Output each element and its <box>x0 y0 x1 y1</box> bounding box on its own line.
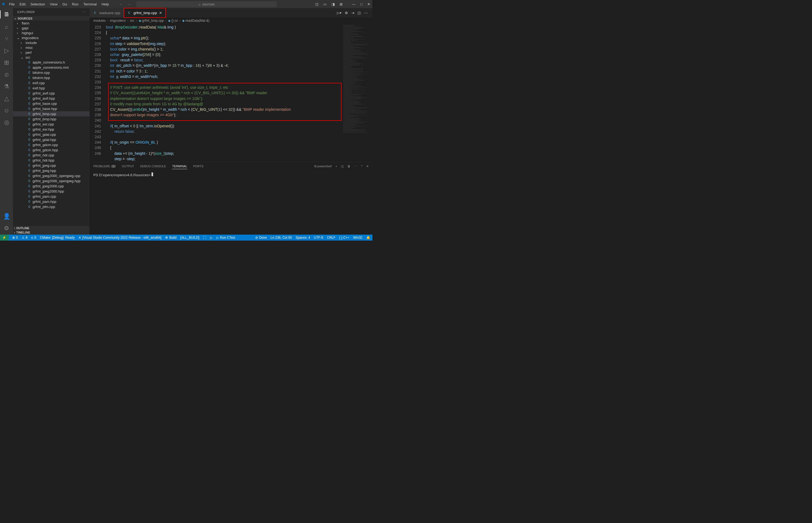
code-line[interactable]: step = -step; <box>106 156 343 162</box>
code-line[interactable]: int y, width3 = m_width*nch; <box>106 74 343 79</box>
file-item[interactable]: Cgrfmt_pam.hpp <box>13 199 90 204</box>
search-icon[interactable]: ⌕ <box>5 23 8 31</box>
chat-icon[interactable]: ◎ <box>4 119 9 126</box>
new-terminal-icon[interactable]: + <box>335 165 337 168</box>
tab-loadsave.cpp[interactable]: Cloadsave.cpp <box>90 8 124 18</box>
code-line[interactable]: data += (m_height - 1)*(size_t)step; <box>106 151 343 156</box>
code-line[interactable]: CV_Assert(((uint64)m_height * m_width * … <box>106 107 343 112</box>
code-line[interactable]: bool BmpDecoder::readData( Mat& img ) <box>106 24 343 30</box>
file-item[interactable]: Cgrfmt_jpeg2000.hpp <box>13 189 90 194</box>
split-editor-icon[interactable]: ◫ <box>357 11 361 15</box>
status-item[interactable]: ▷Run CTest <box>216 236 235 239</box>
split-icon[interactable]: ⇥ <box>351 11 354 15</box>
more-icon[interactable]: ⋯ <box>364 11 368 15</box>
nav-back-icon[interactable]: ← <box>119 2 123 6</box>
breadcrumb-item[interactable]: imgcodecs <box>110 19 125 22</box>
maximize-icon[interactable]: □ <box>360 2 363 6</box>
extensions-icon[interactable]: ⊞ <box>4 59 9 66</box>
menu-run[interactable]: Run <box>70 1 81 7</box>
status-item[interactable]: ⊘Done <box>255 236 267 239</box>
file-item[interactable]: Cgrfmt_gdcm.hpp <box>13 147 90 152</box>
file-item[interactable]: Cgrfmt_hdr.cpp <box>13 152 90 158</box>
code-line[interactable]: return false; <box>106 129 343 134</box>
status-item[interactable]: ⊗0 <box>12 236 18 239</box>
status-item[interactable]: ✕[Visual Studio Community 2022 Release -… <box>78 236 161 239</box>
file-item[interactable]: Cgrfmt_gdal.cpp <box>13 132 90 137</box>
breadcrumb-item[interactable]: ◆ {} cv <box>168 19 178 22</box>
tab-grfmt_bmp.cpp[interactable]: Cgrfmt_bmp.cpp✕ <box>124 8 166 18</box>
status-item[interactable]: 🔔 <box>366 236 370 239</box>
code-line[interactable]: int step = validateToInt(img.step); <box>106 41 343 47</box>
split-terminal-icon[interactable]: ◫ <box>341 165 344 168</box>
panel-tab-debug-console[interactable]: DEBUG CONSOLE <box>140 163 166 169</box>
code-line[interactable]: if( m_offset < 0 || !m_strm.isOpened()) <box>106 123 343 129</box>
source-control-icon[interactable]: ⑂ <box>5 35 8 42</box>
accounts-icon[interactable]: 👤 <box>3 213 10 220</box>
code-line[interactable]: uchar* data = img.ptr(); <box>106 35 343 41</box>
status-item[interactable]: Ln 236, Col 56 <box>271 236 292 239</box>
command-center[interactable]: ⌕ sources <box>136 1 277 7</box>
cmake-icon[interactable]: △ <box>4 95 9 102</box>
explorer-icon[interactable]: 🗎 <box>0 10 13 18</box>
status-item[interactable]: { } C++ <box>339 236 349 239</box>
layout-icon[interactable]: ▭ <box>323 2 327 6</box>
code-line[interactable]: if( m_origin == ORIGIN_BL ) <box>106 140 343 145</box>
file-item[interactable]: Cbitstrm.hpp <box>13 75 90 80</box>
gear-icon[interactable]: ⚙ <box>345 11 348 15</box>
code-line[interactable]: // CV_Assert(((uint64)m_height * m_width… <box>106 90 343 95</box>
file-item[interactable]: Cgrfmt_avif.cpp <box>13 91 90 96</box>
terminal-output[interactable]: PS D:\opencv\opencv4.8.0\sources> <box>90 170 372 235</box>
close-panel-icon[interactable]: ✕ <box>366 165 369 168</box>
file-item[interactable]: Cgrfmt_pfm.cpp <box>13 204 90 209</box>
folder-flann[interactable]: flann <box>13 21 90 25</box>
file-item[interactable]: Capple_conversions.h <box>13 60 90 65</box>
layout-icon[interactable]: ⊞ <box>339 2 343 6</box>
breadcrumb-item[interactable]: modules <box>93 19 106 22</box>
file-item[interactable]: Cgrfmt_gdcm.cpp <box>13 142 90 147</box>
menu-selection[interactable]: Selection <box>28 1 47 7</box>
menu-terminal[interactable]: Terminal <box>81 1 99 7</box>
menu-view[interactable]: View <box>48 1 60 7</box>
panel-tab-output[interactable]: OUTPUT <box>122 163 134 169</box>
file-item[interactable]: Cgrfmt_jpeg2000.cpp <box>13 184 90 189</box>
settings-gear-icon[interactable]: ⚙ <box>4 225 9 232</box>
file-item[interactable]: Cgrfmt_pam.cpp <box>13 194 90 199</box>
folder-misc[interactable]: misc <box>13 45 90 50</box>
file-item[interactable]: Cgrfmt_jpeg2000_openjpeg.hpp <box>13 178 90 184</box>
status-item[interactable]: Spaces: 4 <box>296 236 310 239</box>
file-item[interactable]: Cgrfmt_exr.cpp <box>13 122 90 127</box>
workspace-header[interactable]: SOURCES <box>13 16 90 21</box>
breadcrumb-item[interactable]: ◆ grfmt_bmp.cpp <box>139 19 164 22</box>
breadcrumb-item[interactable]: src <box>130 19 134 22</box>
status-item[interactable]: ⎋0 <box>31 236 36 239</box>
code-line[interactable]: doesn't support large images >= 4Gb"); <box>106 112 343 118</box>
folder-highgui[interactable]: highgui <box>13 31 90 35</box>
status-item[interactable]: CMake: [Debug]: Ready <box>40 236 75 239</box>
testing-icon[interactable]: ⚗ <box>4 83 9 90</box>
panel-tab-problems[interactable]: PROBLEMS6 <box>93 163 116 169</box>
file-item[interactable]: Cbitstrm.cpp <box>13 70 90 75</box>
folder-imgcodecs[interactable]: imgcodecs <box>13 35 90 40</box>
status-item[interactable]: [ALL_BUILD] <box>180 236 199 239</box>
status-item[interactable]: ⚠6 <box>22 236 28 239</box>
code-line[interactable]: // modify max bmp pixels from 1G to 4G b… <box>106 101 343 107</box>
file-item[interactable]: Cexif.cpp <box>13 80 90 86</box>
menu-file[interactable]: File <box>7 1 17 7</box>
maximize-panel-icon[interactable]: ^ <box>361 165 363 168</box>
file-item[interactable]: Cgrfmt_gdal.hpp <box>13 137 90 142</box>
remote-icon[interactable]: ⎚ <box>5 71 8 78</box>
breadcrumb[interactable]: modules›imgcodecs›src›◆ grfmt_bmp.cpp›◆ … <box>90 18 372 24</box>
file-item[interactable]: Cgrfmt_jpeg.cpp <box>13 163 90 168</box>
menu-help[interactable]: Help <box>99 1 111 7</box>
code-line[interactable]: int nch = color ? 3 : 1; <box>106 68 343 74</box>
outline-header[interactable]: OUTLINE <box>13 226 90 230</box>
timeline-header[interactable]: TIMELINE <box>13 230 90 235</box>
remote-indicator[interactable]: ⚡ <box>0 235 8 240</box>
run-icon[interactable]: ▷▾ <box>337 11 342 15</box>
close-tab-icon[interactable]: ✕ <box>159 11 162 15</box>
file-item[interactable]: Cgrfmt_base.hpp <box>13 106 90 111</box>
folder-gapi[interactable]: gapi <box>13 25 90 31</box>
code-line[interactable] <box>106 79 343 85</box>
file-item[interactable]: Cgrfmt_bmp.cpp <box>13 111 90 116</box>
folder-src[interactable]: src <box>13 55 90 60</box>
